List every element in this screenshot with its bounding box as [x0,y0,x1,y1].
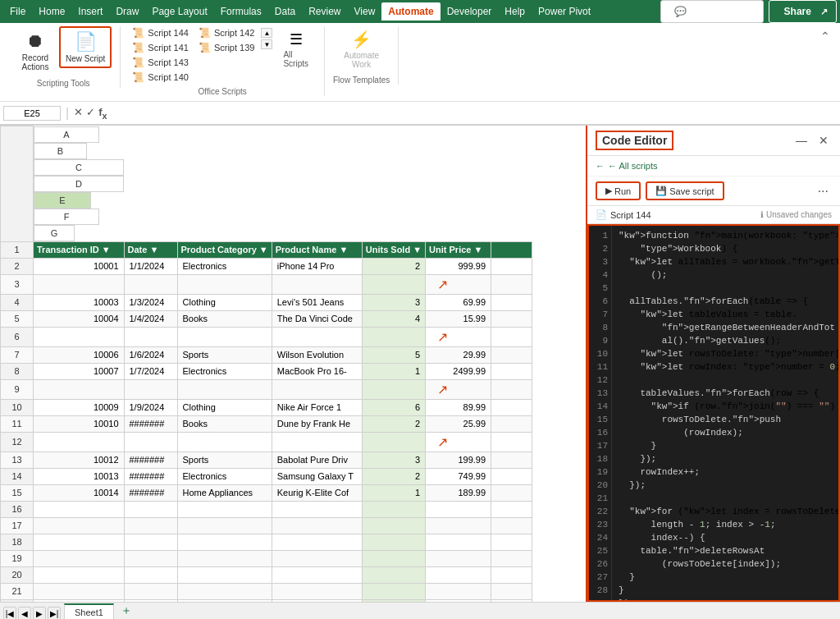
menu-help[interactable]: Help [498,2,532,21]
col-header-g[interactable]: G [34,225,75,241]
cell[interactable]: 10012 [34,452,125,468]
cell[interactable] [491,468,532,484]
scroll-down[interactable]: ▼ [261,39,272,49]
cell[interactable]: 5 [362,346,425,363]
row-number[interactable]: 5 [1,310,34,327]
cell[interactable] [124,517,177,534]
cell[interactable] [491,274,532,294]
cell[interactable] [272,501,362,517]
row-number[interactable]: 3 [1,274,34,294]
cell[interactable] [491,379,532,399]
cell[interactable] [34,432,125,452]
cell[interactable] [491,432,532,452]
menu-page-layout[interactable]: Page Layout [145,2,213,21]
cell[interactable] [272,327,362,346]
row-number[interactable]: 2 [1,258,34,274]
menu-insert[interactable]: Insert [71,2,109,21]
cell[interactable] [272,583,362,599]
cell[interactable] [34,517,125,534]
cell[interactable] [362,274,425,294]
cell[interactable]: 1 [362,484,425,501]
cell[interactable]: Wilson Evolution [272,346,362,363]
cell[interactable] [124,583,177,599]
cell[interactable] [491,415,532,432]
cell[interactable]: 1/4/2024 [124,310,177,327]
cell[interactable] [491,258,532,274]
grid-container[interactable]: A B C D E F G 1Transaction ID ▼Date ▼Pro… [0,126,586,602]
cell[interactable] [491,583,532,599]
cell[interactable] [34,534,125,550]
script-144[interactable]: 📜 Script 144 [129,26,192,39]
cell[interactable] [491,501,532,517]
all-scripts-button[interactable]: ☰ AllScripts [276,26,316,72]
cell[interactable]: Electronics [177,363,272,379]
cell[interactable] [272,599,362,602]
cell[interactable]: ####### [124,468,177,484]
cell[interactable]: 69.99 [426,294,491,310]
cell[interactable] [177,534,272,550]
cell[interactable] [491,363,532,379]
cell[interactable]: Unit Price ▼ [426,241,491,258]
cell[interactable] [491,310,532,327]
row-number[interactable]: 22 [1,599,34,602]
cell[interactable] [362,566,425,583]
cell[interactable] [272,550,362,566]
cell[interactable]: 1/7/2024 [124,363,177,379]
code-area[interactable]: 1234567891011121314151617181920212223242… [587,224,840,602]
row-number[interactable]: 6 [1,327,34,346]
cell[interactable]: 10009 [34,399,125,415]
cell[interactable]: 10014 [34,484,125,501]
cell[interactable]: 15.99 [426,310,491,327]
cell[interactable] [124,599,177,602]
cell[interactable] [177,432,272,452]
cell[interactable] [362,599,425,602]
menu-data[interactable]: Data [268,2,302,21]
cell[interactable]: Electronics [177,468,272,484]
cell[interactable] [34,583,125,599]
add-sheet-button[interactable]: ＋ [114,602,139,619]
cell[interactable]: Date ▼ [124,241,177,258]
cell[interactable]: MacBook Pro 16- [272,363,362,379]
record-actions-button[interactable]: ⏺ RecordActions [15,26,56,76]
cell[interactable]: Units Sold ▼ [362,241,425,258]
cell[interactable] [491,346,532,363]
cell[interactable] [124,501,177,517]
cell[interactable] [426,534,491,550]
insert-function-icon[interactable]: fx [98,106,107,121]
cell[interactable] [272,566,362,583]
name-box[interactable] [3,106,61,121]
cell[interactable] [34,550,125,566]
cell[interactable] [362,517,425,534]
cell[interactable]: Samsung Galaxy T [272,468,362,484]
cell[interactable] [272,534,362,550]
cell[interactable]: 999.99 [426,258,491,274]
cell[interactable]: Books [177,415,272,432]
cell[interactable]: Books [177,310,272,327]
cell[interactable]: 2 [362,468,425,484]
cell[interactable] [272,274,362,294]
menu-review[interactable]: Review [302,2,347,21]
tab-next-button[interactable]: ▶ [33,607,46,619]
cell[interactable] [491,534,532,550]
scroll-up[interactable]: ▲ [261,28,272,38]
row-number[interactable]: 12 [1,432,34,452]
cell[interactable]: Dune by Frank He [272,415,362,432]
row-number[interactable]: 9 [1,379,34,399]
menu-developer[interactable]: Developer [441,2,499,21]
cell[interactable] [491,550,532,566]
cell[interactable]: ↗ [426,274,491,294]
tab-first-button[interactable]: |◀ [3,607,16,619]
col-header-a[interactable]: A [34,126,99,143]
confirm-formula-icon[interactable]: ✓ [86,106,95,121]
cell[interactable]: 10013 [34,468,125,484]
cell[interactable]: Keurig K-Elite Cof [272,484,362,501]
cell[interactable] [362,534,425,550]
cell[interactable]: 3 [362,294,425,310]
cell[interactable] [491,484,532,501]
menu-draw[interactable]: Draw [109,2,145,21]
script-142[interactable]: 📜 Script 142 [195,26,258,39]
share-button[interactable]: Share ↗ [769,0,837,23]
cell[interactable]: 1/3/2024 [124,294,177,310]
cell[interactable]: 10007 [34,363,125,379]
cell[interactable]: 2 [362,415,425,432]
